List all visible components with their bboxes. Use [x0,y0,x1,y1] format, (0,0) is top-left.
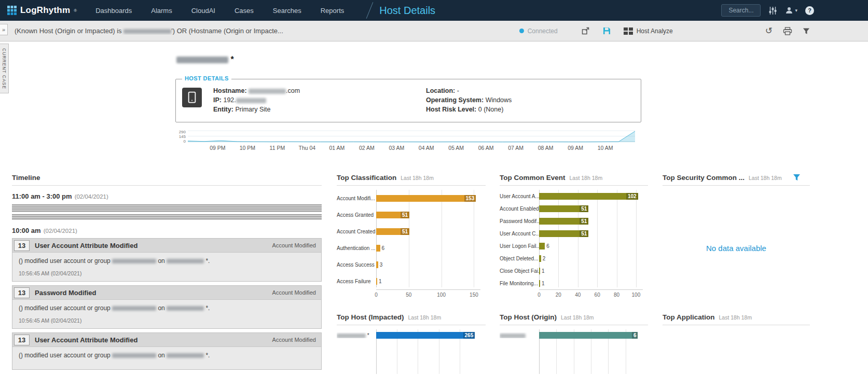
event-title: User Account Attribute Modified [35,242,272,249]
top-host-origin-panel: Top Host (Origin) Last 18h 18m 6 [500,313,648,374]
bar[interactable]: 51 [376,228,409,235]
event-title: Password Modified [35,289,272,297]
top-application-panel: Top Application Last 18h 18m [663,313,810,325]
nav-item-dashboards[interactable]: Dashboards [95,7,132,15]
bar[interactable] [539,243,545,249]
timeline-event-card[interactable]: 13 User Account Attribute Modified Accou… [12,332,322,370]
os-row: Operating System: Windows [426,95,512,105]
host-icon [182,88,202,107]
bar-value-label: 2 [543,256,546,261]
sparkline-y-axis: 290 145 0 [176,130,186,143]
bar[interactable]: 51 [376,212,409,218]
sparkline-x-tick: 03 AM [389,145,404,151]
bar[interactable] [539,280,540,287]
bar-row: Access Failure1 [337,278,486,285]
bar[interactable] [539,255,541,262]
sparkline-x-tick: 09 AM [568,145,583,151]
redacted-text [112,306,156,311]
undo-icon[interactable]: ↺ [765,27,773,35]
event-count-badge: 13 [14,335,30,345]
x-axis-tick: 20 [556,292,561,298]
classification-bar-chart: Account Modifi...153Access Granted51Acco… [337,190,486,299]
chart-x-axis: 020406080100 [539,289,643,299]
bar-value-label: 51 [401,228,409,235]
nav-item-cloudai[interactable]: CloudAI [191,7,215,15]
redacted-text [167,306,204,311]
panel-title: Top Application [663,313,715,321]
bar[interactable]: 51 [539,230,588,237]
bar[interactable] [376,278,377,285]
bar-value-label: 102 [626,193,638,200]
nav-item-cases[interactable]: Cases [235,7,254,15]
host-impacted-bar-chart: *265 [337,329,486,374]
bar-row: Object Deleted...2 [500,255,648,262]
risk-row: Host Risk Level: 0 (None) [426,105,512,114]
help-icon[interactable]: ? [805,6,814,15]
bar[interactable] [539,268,540,274]
redacted-text [236,98,266,103]
search-query-text[interactable]: (Known Host (Origin or Impacted) is ') O… [15,27,283,35]
redacted-text [167,259,204,263]
sparkline-x-tick: 02 AM [359,145,375,151]
bar-row: User Account A...102 [500,193,648,200]
bar-category-label: Object Deleted... [500,256,539,261]
bar-category-label: * [337,332,376,338]
timeline-event-card[interactable]: 13 User Account Attribute Modified Accou… [12,238,322,282]
pop-out-icon[interactable] [581,26,590,35]
bar[interactable] [376,261,378,268]
bar-row: Account Modifi...153 [337,195,486,202]
connection-status: Connected [519,27,558,35]
collapsed-events[interactable] [12,204,322,220]
x-axis-tick: 60 [595,292,600,298]
bar[interactable]: 6 [539,332,638,339]
brand-name: LogRhythm [20,5,70,16]
bar[interactable]: 265 [376,332,475,339]
event-category: Account Modified [272,242,321,248]
nav-item-searches[interactable]: Searches [273,7,301,15]
timeline-event-card[interactable]: 13 Password Modified Account Modified ()… [12,285,322,329]
sparkline-x-tick: 10 PM [240,145,255,151]
host-origin-bar-chart: 6 [500,329,648,374]
bar[interactable]: 102 [539,193,638,200]
bar[interactable] [376,245,380,252]
nav-item-alarms[interactable]: Alarms [151,7,172,15]
logrhythm-logo[interactable]: LogRhythm ® [7,5,77,16]
event-category: Account Modified [272,337,321,343]
bar-row: User Logon Fail...6 [500,243,648,249]
timeline-group-time: 11:00 am - 3:00 pm(02/04/2021) [12,192,322,200]
search-button[interactable]: Search... [721,4,761,17]
current-case-tab[interactable]: CURRENT CASE [0,44,9,93]
top-common-event-panel: Top Common Event Last 18h 18m User Accou… [500,174,648,299]
entity-row: Entity: Primary Site [213,105,426,114]
hostname-row: Hostname: .com [213,86,426,95]
save-search-icon[interactable] [602,26,611,35]
nav-item-reports[interactable]: Reports [321,7,345,15]
bar[interactable]: 51 [539,218,588,225]
print-icon[interactable] [783,27,792,35]
user-menu-button[interactable]: ▾ [785,6,797,15]
panel-range: Last 18h 18m [719,314,752,321]
bar-row: Account Created51 [337,228,486,235]
sliders-icon[interactable] [768,6,777,15]
sparkline-x-tick: 09 PM [210,145,225,151]
connected-label: Connected [528,27,558,35]
bar[interactable]: 51 [539,205,588,212]
x-axis-tick: 0 [538,292,541,298]
sparkline-x-tick: 01 AM [329,145,345,151]
host-analyze-button[interactable]: Host Analyze [624,27,673,35]
panel-filter-icon[interactable] [793,174,801,183]
panel-range: Last 18h 18m [749,175,782,181]
connected-dot-icon [519,29,524,33]
bar-row: User Account C...51 [500,230,648,237]
panel-range: Last 18h 18m [561,314,594,321]
query-suffix: ') OR (Hostname (Origin or Impacte... [171,27,283,35]
page-title-divider [366,2,374,19]
timeline-group-time: 10:00 am(02/04/2021) [12,227,322,234]
ip-row: IP: 192. [213,95,426,105]
expand-panel-button[interactable]: » [0,24,8,35]
filter-icon[interactable] [803,27,810,35]
redacted-text [249,89,286,94]
bar[interactable]: 153 [376,195,476,202]
timeline-title: Timeline [12,174,40,182]
bar-category-label: Close Object Fai... [500,268,539,274]
